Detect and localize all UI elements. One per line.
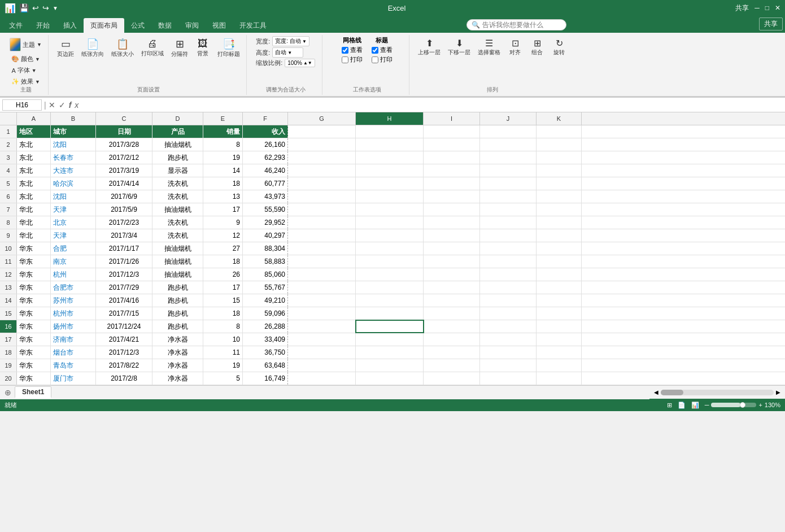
table-cell[interactable] bbox=[356, 177, 424, 190]
table-cell[interactable] bbox=[537, 125, 582, 138]
scroll-left-icon[interactable]: ◀ bbox=[654, 389, 658, 395]
table-cell[interactable] bbox=[480, 216, 537, 229]
table-cell[interactable]: 8 bbox=[203, 320, 243, 333]
row-header[interactable]: 20 bbox=[0, 372, 17, 385]
table-cell[interactable] bbox=[424, 255, 480, 268]
send-backward-button[interactable]: ⬇ 下移一层 bbox=[445, 36, 473, 58]
sheet-add-button[interactable]: ⊕ bbox=[2, 388, 14, 397]
headings-view-checkbox[interactable] bbox=[372, 47, 378, 54]
share-ribbon-button[interactable]: 共享 bbox=[759, 18, 783, 30]
row-header[interactable]: 8 bbox=[0, 216, 17, 229]
col-header-a[interactable]: A bbox=[17, 112, 51, 125]
table-cell[interactable] bbox=[480, 190, 537, 203]
table-cell[interactable] bbox=[480, 242, 537, 255]
table-cell[interactable] bbox=[424, 333, 480, 346]
table-cell[interactable] bbox=[288, 242, 356, 255]
table-cell[interactable] bbox=[480, 138, 537, 151]
table-cell[interactable]: 2017/2/12 bbox=[96, 151, 152, 164]
table-cell[interactable]: 27 bbox=[203, 242, 243, 255]
table-cell[interactable]: 26,160 bbox=[243, 138, 288, 151]
table-cell[interactable]: 烟台市 bbox=[51, 346, 96, 359]
ribbon-search[interactable]: 🔍 bbox=[466, 19, 566, 30]
table-cell[interactable] bbox=[537, 164, 582, 177]
width-dropdown[interactable]: 宽度: 自动 ▼ bbox=[272, 36, 309, 46]
tab-review[interactable]: 审阅 bbox=[178, 18, 206, 33]
table-cell[interactable]: 华北 bbox=[17, 203, 51, 216]
col-header-b[interactable]: B bbox=[51, 112, 96, 125]
table-cell[interactable]: 东北 bbox=[17, 138, 51, 151]
row-header[interactable]: 19 bbox=[0, 359, 17, 372]
break-button[interactable]: ⊞ 分隔符 bbox=[168, 36, 191, 60]
table-cell[interactable]: 2017/12/3 bbox=[96, 346, 152, 359]
table-cell[interactable] bbox=[480, 268, 537, 281]
table-cell[interactable]: 华东 bbox=[17, 268, 51, 281]
table-cell[interactable]: 华东 bbox=[17, 294, 51, 307]
table-cell[interactable] bbox=[424, 164, 480, 177]
table-cell[interactable]: 净水器 bbox=[152, 346, 203, 359]
window-restore-icon[interactable]: □ bbox=[765, 4, 769, 12]
col-header-j[interactable]: J bbox=[480, 112, 537, 125]
table-cell[interactable] bbox=[288, 268, 356, 281]
table-cell[interactable]: 洗衣机 bbox=[152, 190, 203, 203]
window-close-icon[interactable]: ✕ bbox=[775, 4, 780, 12]
table-cell[interactable]: 2017/2/23 bbox=[96, 216, 152, 229]
table-cell[interactable]: 29,952 bbox=[243, 216, 288, 229]
table-cell[interactable] bbox=[480, 320, 537, 333]
table-cell[interactable] bbox=[480, 294, 537, 307]
quick-save-icon[interactable]: 💾 bbox=[19, 3, 29, 12]
table-cell[interactable] bbox=[288, 177, 356, 190]
table-cell[interactable]: 12 bbox=[203, 229, 243, 242]
headings-print-checkbox[interactable] bbox=[372, 56, 378, 63]
table-cell[interactable] bbox=[288, 151, 356, 164]
table-cell[interactable]: 17 bbox=[203, 281, 243, 294]
table-cell[interactable] bbox=[537, 203, 582, 216]
tab-file[interactable]: 文件 bbox=[2, 18, 29, 33]
table-cell[interactable]: 33,409 bbox=[243, 333, 288, 346]
table-cell[interactable] bbox=[480, 255, 537, 268]
table-cell[interactable] bbox=[424, 177, 480, 190]
table-cell[interactable] bbox=[356, 138, 424, 151]
col-header-g[interactable]: G bbox=[288, 112, 356, 125]
table-cell[interactable]: 10 bbox=[203, 333, 243, 346]
table-cell[interactable] bbox=[537, 307, 582, 320]
table-cell[interactable] bbox=[288, 164, 356, 177]
table-cell[interactable] bbox=[424, 125, 480, 138]
row-header[interactable]: 16 bbox=[0, 320, 17, 333]
table-cell[interactable]: 85,060 bbox=[243, 268, 288, 281]
table-cell[interactable] bbox=[424, 372, 480, 385]
table-cell[interactable]: 沈阳 bbox=[51, 190, 96, 203]
table-cell[interactable] bbox=[288, 255, 356, 268]
background-button[interactable]: 🖼 背景 bbox=[193, 36, 213, 59]
table-cell[interactable] bbox=[537, 138, 582, 151]
row-header[interactable]: 7 bbox=[0, 203, 17, 216]
table-cell[interactable]: 华北 bbox=[17, 229, 51, 242]
page-view-icon[interactable]: ⊞ bbox=[667, 402, 672, 409]
table-cell[interactable]: 抽油烟机 bbox=[152, 138, 203, 151]
table-cell[interactable]: 18 bbox=[203, 177, 243, 190]
table-cell[interactable]: 天津 bbox=[51, 229, 96, 242]
table-cell[interactable] bbox=[537, 294, 582, 307]
table-cell[interactable]: 华北 bbox=[17, 216, 51, 229]
table-cell[interactable]: 17 bbox=[203, 203, 243, 216]
table-cell[interactable]: 2017/4/21 bbox=[96, 333, 152, 346]
row-header[interactable]: 2 bbox=[0, 138, 17, 151]
tab-developer[interactable]: 开发工具 bbox=[233, 18, 273, 33]
col-header-f[interactable]: F bbox=[243, 112, 288, 125]
table-cell[interactable] bbox=[356, 320, 424, 333]
table-cell[interactable] bbox=[356, 242, 424, 255]
table-cell[interactable]: 跑步机 bbox=[152, 307, 203, 320]
table-cell[interactable]: 南京 bbox=[51, 255, 96, 268]
table-cell[interactable]: 东北 bbox=[17, 151, 51, 164]
table-cell[interactable]: 抽油烟机 bbox=[152, 242, 203, 255]
table-cell[interactable]: 合肥市 bbox=[51, 281, 96, 294]
row-header[interactable]: 6 bbox=[0, 190, 17, 203]
table-cell[interactable] bbox=[288, 294, 356, 307]
row-header[interactable]: 1 bbox=[0, 125, 17, 138]
table-cell[interactable]: 跑步机 bbox=[152, 294, 203, 307]
table-cell[interactable] bbox=[356, 268, 424, 281]
table-cell[interactable]: 46,240 bbox=[243, 164, 288, 177]
table-cell[interactable]: 青岛市 bbox=[51, 359, 96, 372]
table-cell[interactable]: 长春市 bbox=[51, 151, 96, 164]
tab-view[interactable]: 视图 bbox=[206, 18, 233, 33]
table-cell[interactable]: 40,297 bbox=[243, 229, 288, 242]
